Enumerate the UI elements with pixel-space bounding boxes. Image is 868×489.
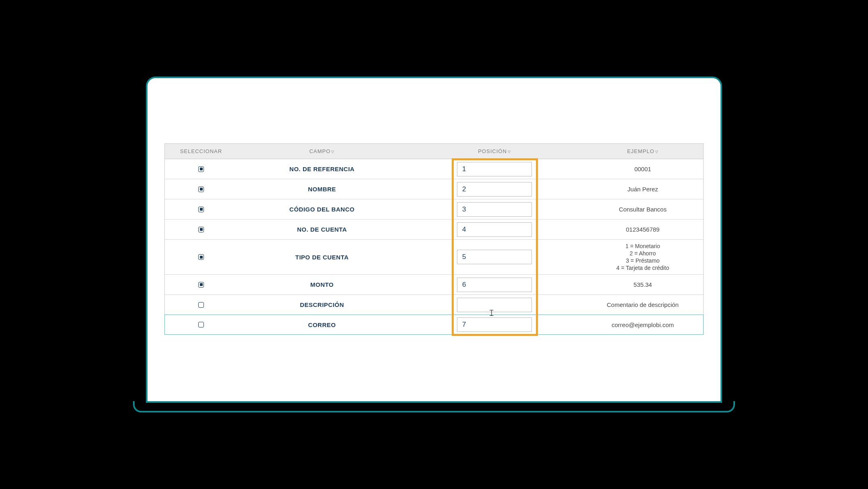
ejemplo-multi: 1 = Monetario2 = Ahorro3 = Préstamo4 = T… [582,240,703,274]
posicion-input[interactable] [457,298,532,312]
cell-campo: NOMBRE [237,186,407,193]
field-mapping-table: SELECCIONAR CAMPO▽ POSICIÓN▽ EJEMPLO▽ NO… [164,143,704,335]
campo-label: CORREO [308,321,336,328]
campo-label: DESCRIPCIÓN [300,301,344,308]
header-ejemplo-label: EJEMPLO [627,148,654,154]
posicion-input[interactable] [457,317,532,332]
campo-label: NO. DE CUENTA [297,226,347,233]
cell-ejemplo: Juán Perez [582,186,703,193]
cell-campo: MONTO [237,281,407,288]
campo-label: TIPO DE CUENTA [295,254,349,261]
posicion-input[interactable] [457,278,532,292]
row-checkbox[interactable] [198,166,204,172]
campo-label: NOMBRE [308,186,336,193]
row-checkbox[interactable] [198,322,204,327]
table-row: DESCRIPCIÓNComentario de descripción [165,295,703,315]
cell-campo: CÓDIGO DEL BANCO [237,206,407,213]
cell-ejemplo: 0123456789 [582,226,703,233]
ejemplo-text: Comentario de descripción [607,301,679,308]
cell-select [165,207,237,212]
ejemplo-line: 3 = Préstamo [626,257,660,264]
cell-ejemplo: Comentario de descripción [582,301,703,308]
row-checkbox[interactable] [198,302,204,308]
ejemplo-text: Juán Perez [627,186,658,193]
ejemplo-line: 2 = Ahorro [630,250,656,257]
row-checkbox[interactable] [198,282,204,288]
cell-select [165,227,237,232]
posicion-input[interactable] [457,162,532,176]
row-checkbox[interactable] [198,207,204,212]
table-row: NO. DE CUENTA0123456789 [165,220,703,240]
table-header-row: SELECCIONAR CAMPO▽ POSICIÓN▽ EJEMPLO▽ [165,144,703,159]
posicion-input[interactable] [457,182,532,197]
ejemplo-text: 00001 [634,166,651,172]
cell-posicion [407,250,582,264]
row-checkbox[interactable] [198,254,204,260]
cell-ejemplo: correo@ejemplobi.com [582,321,703,328]
ejemplo-text: Consultar Bancos [619,206,667,213]
laptop-base [133,401,735,412]
cell-campo: NO. DE REFERENCIA [237,166,407,172]
posicion-input[interactable] [457,202,532,217]
sort-icon: ▽ [655,150,658,154]
ejemplo-text: 535.34 [633,281,652,288]
table-row: CÓDIGO DEL BANCOConsultar Bancos [165,199,703,220]
ejemplo-line: 1 = Monetario [625,243,660,249]
cell-select [165,282,237,288]
cell-posicion [407,182,582,197]
header-seleccionar-label: SELECCIONAR [180,148,222,154]
cell-ejemplo: 535.34 [582,281,703,288]
table-row: CORREOcorreo@ejemplobi.com [164,315,704,335]
cell-campo: NO. DE CUENTA [237,226,407,233]
table-row: MONTO535.34 [165,275,703,295]
header-campo-label: CAMPO [309,148,331,154]
campo-label: NO. DE REFERENCIA [289,166,355,172]
cell-posicion [407,162,582,176]
screen-content: SELECCIONAR CAMPO▽ POSICIÓN▽ EJEMPLO▽ NO… [152,83,716,396]
table-row: TIPO DE CUENTA1 = Monetario2 = Ahorro3 =… [165,240,703,275]
cell-posicion [407,202,582,217]
cell-select [165,186,237,192]
cell-select [165,322,237,327]
header-posicion-label: POSICIÓN [478,148,507,154]
cell-select [165,254,237,260]
cell-campo: DESCRIPCIÓN [237,301,407,308]
ejemplo-line: 4 = Tarjeta de crédito [617,265,669,271]
posicion-input[interactable] [457,222,532,237]
cell-posicion [407,222,582,237]
cell-select [165,302,237,308]
ejemplo-text: 0123456789 [626,226,659,233]
campo-label: CÓDIGO DEL BANCO [289,206,355,213]
cell-ejemplo: 1 = Monetario2 = Ahorro3 = Préstamo4 = T… [582,240,703,274]
header-posicion[interactable]: POSICIÓN▽ [407,148,582,154]
row-checkbox[interactable] [198,227,204,232]
sort-icon: ▽ [331,150,334,154]
posicion-input[interactable] [457,250,532,264]
sort-icon: ▽ [508,150,511,154]
table-row: NO. DE REFERENCIA00001 [165,159,703,179]
cell-posicion [407,298,582,312]
laptop-frame: SELECCIONAR CAMPO▽ POSICIÓN▽ EJEMPLO▽ NO… [146,77,722,403]
header-campo[interactable]: CAMPO▽ [237,148,407,154]
cell-ejemplo: Consultar Bancos [582,206,703,213]
cell-select [165,166,237,172]
table-body: NO. DE REFERENCIA00001NOMBREJuán PerezCÓ… [165,159,703,335]
header-ejemplo[interactable]: EJEMPLO▽ [582,148,703,154]
row-checkbox[interactable] [198,186,204,192]
header-seleccionar: SELECCIONAR [165,148,237,154]
cell-ejemplo: 00001 [582,166,703,172]
cell-posicion [407,317,582,332]
ejemplo-text: correo@ejemplobi.com [612,321,674,328]
cell-campo: CORREO [237,321,407,328]
cell-campo: TIPO DE CUENTA [237,254,407,261]
cell-posicion [407,278,582,292]
table-row: NOMBREJuán Perez [165,179,703,199]
campo-label: MONTO [310,281,334,288]
